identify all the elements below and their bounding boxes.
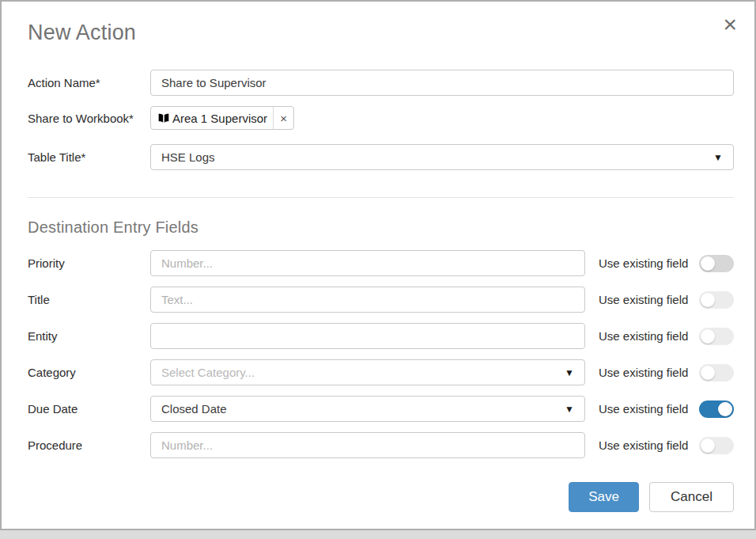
chevron-down-icon: ▼ [565, 368, 574, 378]
open-book-icon [157, 112, 170, 124]
title-row: Title Use existing field [28, 287, 734, 313]
close-icon[interactable]: × [723, 13, 737, 36]
priority-row: Priority Use existing field [28, 250, 734, 276]
due-date-use-existing-toggle[interactable] [699, 400, 734, 418]
priority-label: Priority [28, 256, 150, 270]
table-title-row: Table Title* HSE Logs ▼ [28, 144, 734, 170]
dialog-titlebar: New Action × [28, 2, 734, 45]
cancel-button[interactable]: Cancel [649, 482, 734, 512]
title-label: Title [28, 293, 150, 306]
use-existing-field-label: Use existing field [599, 293, 688, 306]
table-title-select[interactable]: HSE Logs ▼ [150, 144, 734, 170]
procedure-label: Procedure [28, 438, 150, 452]
use-existing-field-label: Use existing field [599, 366, 688, 379]
workbook-tag[interactable]: Area 1 Supervisor × [150, 106, 294, 130]
procedure-row: Procedure Use existing field [28, 432, 734, 458]
dialog-footer: Save Cancel [28, 482, 734, 512]
procedure-input[interactable] [150, 432, 585, 458]
due-date-select[interactable]: Closed Date ▼ [150, 396, 585, 422]
title-input[interactable] [150, 287, 585, 313]
due-date-value: Closed Date [161, 402, 227, 416]
save-button[interactable]: Save [569, 482, 639, 512]
entity-use-existing-toggle[interactable] [699, 328, 734, 345]
table-title-label: Table Title* [28, 150, 150, 164]
category-select[interactable]: Select Category... ▼ [150, 359, 585, 385]
priority-use-existing-toggle[interactable] [699, 255, 734, 272]
action-name-label: Action Name* [28, 76, 150, 89]
workbook-tag-remove-icon[interactable]: × [273, 107, 293, 129]
title-use-existing-toggle[interactable] [699, 291, 734, 309]
share-to-workbook-row: Share to Workbook* Area 1 Supervisor [28, 106, 734, 130]
share-to-workbook-label: Share to Workbook* [28, 112, 150, 125]
procedure-use-existing-toggle[interactable] [699, 437, 734, 454]
action-name-input[interactable] [150, 70, 734, 96]
entity-row: Entity Use existing field [28, 323, 734, 349]
action-name-row: Action Name* [28, 70, 734, 96]
due-date-label: Due Date [28, 402, 150, 416]
chevron-down-icon: ▼ [713, 153, 723, 162]
workbook-tag-label: Area 1 Supervisor [172, 112, 267, 125]
entity-label: Entity [28, 329, 150, 343]
use-existing-field-label: Use existing field [599, 329, 688, 343]
entity-input[interactable] [150, 323, 585, 349]
category-label: Category [28, 366, 150, 379]
priority-input[interactable] [150, 250, 585, 276]
destination-entry-fields-heading: Destination Entry Fields [28, 218, 734, 237]
chevron-down-icon: ▼ [565, 404, 574, 414]
use-existing-field-label: Use existing field [599, 402, 688, 416]
category-placeholder: Select Category... [161, 366, 255, 379]
new-action-dialog: New Action × Action Name* Share to Workb… [0, 0, 756, 530]
page-title: New Action [28, 21, 734, 45]
category-use-existing-toggle[interactable] [699, 364, 734, 381]
use-existing-field-label: Use existing field [599, 256, 688, 270]
use-existing-field-label: Use existing field [599, 438, 688, 452]
section-divider [28, 197, 734, 198]
table-title-value: HSE Logs [161, 150, 215, 164]
category-row: Category Select Category... ▼ Use existi… [28, 359, 734, 385]
due-date-row: Due Date Closed Date ▼ Use existing fiel… [28, 396, 734, 422]
